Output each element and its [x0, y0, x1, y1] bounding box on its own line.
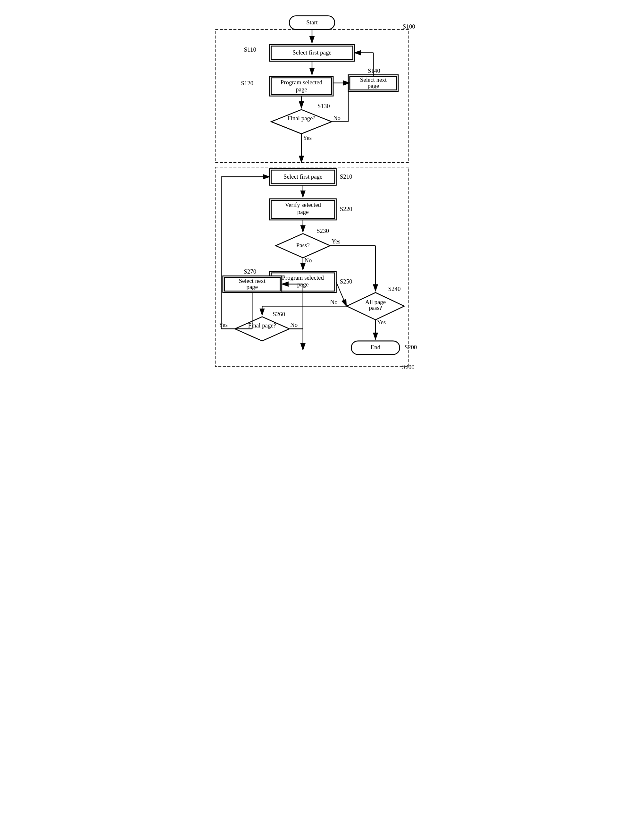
s220-text-line1: Verify selected	[285, 201, 321, 208]
s250-text-line1: Program selected	[282, 274, 324, 281]
s240-label: S240	[388, 285, 401, 292]
s250-label: S250	[340, 278, 352, 285]
s270-text-line1: Select next	[239, 277, 266, 284]
s130-diamond	[271, 110, 332, 134]
bottom-section-box	[215, 167, 409, 367]
end-text: End	[371, 344, 381, 351]
s220-text-line2: page	[297, 209, 309, 215]
s140-text-line1: Select next	[360, 76, 387, 83]
s120-text-line1: Program selected	[281, 79, 323, 86]
s220-label: S220	[340, 206, 352, 212]
start-text: Start	[306, 19, 318, 26]
s240-no-label: No	[330, 299, 338, 305]
s240-text-line2: pass?	[369, 305, 382, 311]
s130-text: Final page?	[287, 115, 315, 122]
diagram-container: S100 Start S110 Select first page S120 P…	[200, 6, 424, 382]
s200-label: S200	[402, 364, 415, 370]
s130-label: S130	[317, 103, 330, 109]
s130-no-label: No	[333, 114, 341, 121]
s140-label: S140	[368, 67, 380, 74]
s230-text: Pass?	[296, 242, 310, 249]
s260-no-label: No	[290, 321, 298, 328]
s210-text: Select first page	[283, 173, 322, 180]
s270-text-line2: page	[247, 283, 258, 290]
s110-label: S110	[244, 46, 256, 53]
s120-text-line2: page	[296, 86, 307, 93]
s230-label: S230	[317, 227, 329, 234]
s230-no-label: No	[304, 257, 312, 264]
s130-yes-label: Yes	[303, 135, 312, 141]
s260-label: S260	[273, 311, 285, 317]
s100-label: S100	[403, 23, 415, 30]
s240-yes-label: Yes	[377, 319, 386, 326]
s200-end-label: S200	[405, 344, 417, 351]
s270-label: S270	[244, 268, 256, 275]
s260-yes-label: Yes	[219, 321, 228, 328]
s210-label: S210	[340, 173, 352, 180]
arrow-s250-s240	[336, 282, 346, 306]
s140-text-line2: page	[368, 82, 379, 89]
s110-text: Select first page	[292, 49, 331, 56]
s230-yes-label: Yes	[332, 238, 340, 245]
s120-label: S120	[241, 80, 253, 87]
